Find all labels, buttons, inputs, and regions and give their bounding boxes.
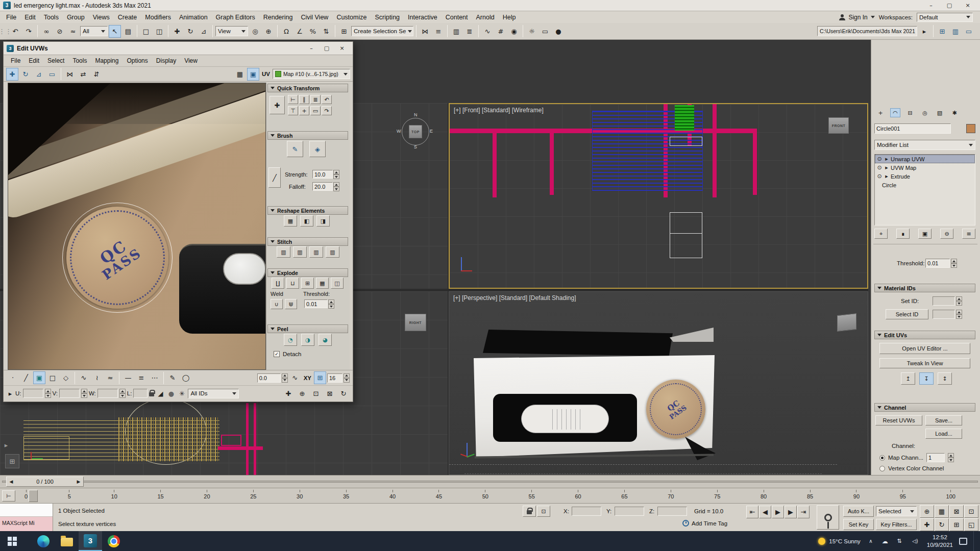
tab-utilities-icon[interactable]: ✱ — [949, 108, 960, 117]
pan-icon[interactable]: ✚ — [282, 387, 295, 400]
uv-canvas[interactable]: QC PASS — [8, 83, 266, 370]
toolbar-grip[interactable]: ⋮⋮ — [2, 25, 8, 38]
modifier-row-extrude[interactable]: ⊙ ▸ Extrude — [875, 172, 975, 181]
vertex-color-radio[interactable] — [879, 466, 885, 471]
named-selection-set-dropdown[interactable]: Create Selection Se — [351, 26, 413, 36]
tab-modify-icon[interactable]: ◠ — [890, 108, 900, 117]
falloff-curve-icon[interactable]: ╱ — [268, 167, 281, 188]
falloff-distance-spinner[interactable] — [282, 373, 288, 383]
align-tool-icon[interactable]: ▭ — [310, 106, 321, 115]
previous-frame-icon[interactable]: ◀ — [7, 477, 16, 486]
uv-move-icon[interactable]: ✚ — [6, 68, 18, 81]
rollout-channel[interactable]: Channel — [874, 403, 975, 412]
transform-typein-icon[interactable]: ▸ — [7, 387, 14, 400]
v-field[interactable] — [59, 389, 80, 398]
material-editor-icon[interactable]: ◉ — [508, 25, 520, 38]
select-by-name-icon[interactable]: ▤ — [122, 25, 134, 38]
reshape-tool-icon[interactable]: ▦ — [284, 215, 297, 227]
selection-filter-dropdown[interactable]: All — [80, 26, 108, 36]
zoom-icon[interactable]: ⊕ — [296, 387, 308, 400]
expand-arrow-icon[interactable]: ▸ — [884, 155, 889, 164]
menu-customize[interactable]: Customize — [332, 13, 371, 22]
dialog-maximize-button[interactable]: ▢ — [319, 44, 334, 53]
show-desktop-button[interactable] — [973, 531, 976, 551]
peel-tool-icon[interactable]: ◕ — [318, 334, 332, 346]
maximize-button[interactable]: ▢ — [940, 0, 959, 11]
project-folder-dropdown[interactable]: C:\Users\Erik\Documents\3ds Max 2021 — [817, 26, 917, 36]
filter-icon[interactable]: ✳ — [177, 387, 186, 400]
dialog-menu-tools[interactable]: Tools — [68, 56, 91, 65]
set-id-spinner[interactable] — [956, 296, 962, 306]
rollout-quick-transform[interactable]: Quick Transform — [267, 84, 348, 92]
menu-views[interactable]: Views — [89, 13, 114, 22]
modifier-row-unwrap-uvw[interactable]: ⊙ ▸ Unwrap UVW — [875, 155, 975, 163]
layer-explorer-icon[interactable]: ▥ — [450, 25, 462, 38]
peel-tool-icon[interactable]: ◔ — [284, 334, 297, 346]
paint-brush-icon[interactable]: ✎ — [287, 141, 303, 157]
relax-brush-icon[interactable]: ◈ — [309, 141, 326, 157]
modifier-row-circle[interactable]: Circle — [875, 181, 975, 189]
viewport-layout-arrow-icon[interactable]: ▸ — [2, 439, 10, 452]
align-horizontal-icon[interactable]: ≡ — [135, 371, 148, 384]
previous-frame-icon[interactable]: ◀ — [759, 506, 771, 518]
w-spinner[interactable] — [119, 389, 126, 398]
bind-spacewarp-icon[interactable]: ≈ — [67, 25, 79, 38]
menu-group[interactable]: Group — [63, 13, 89, 22]
u-spinner[interactable] — [45, 389, 51, 398]
menu-help[interactable]: Help — [499, 13, 520, 22]
scene-explorer-icon[interactable]: ≣ — [463, 25, 476, 38]
y-field[interactable] — [615, 507, 644, 516]
select-id-field[interactable] — [933, 310, 955, 319]
uv-scale-icon[interactable]: ⊿ — [33, 68, 45, 81]
map-channel-spinner[interactable] — [948, 453, 954, 462]
redo-icon[interactable]: ↷ — [22, 25, 35, 38]
open-folder-icon[interactable]: ▸ — [918, 25, 930, 38]
dialog-menu-edit[interactable]: Edit — [24, 56, 43, 65]
zoom-extents-icon[interactable]: ⊠ — [324, 387, 336, 400]
visibility-eye-icon[interactable]: ⊙ — [876, 172, 883, 181]
pan-icon[interactable]: ✚ — [920, 518, 934, 531]
viewport-perspective[interactable]: [+] [Perspective] [Standard] [Default Sh… — [449, 291, 868, 475]
mini-curve-editor-icon[interactable]: ⊢ — [2, 490, 15, 502]
modifier-row-uvw-map[interactable]: ⊙ ▸ UVW Map — [875, 163, 975, 172]
viewport-front-label[interactable]: [+] [Front] [Standard] [Wireframe] — [454, 107, 544, 114]
time-slider-handle[interactable]: ◀ 0 / 100 ▶ — [6, 477, 84, 487]
threshold-spinner[interactable] — [951, 259, 957, 268]
rollout-material-ids[interactable]: Material IDs — [874, 284, 975, 292]
menu-civil-view[interactable]: Civil View — [297, 13, 332, 22]
align-vertical-icon[interactable]: ⋯ — [149, 371, 161, 384]
select-circle-icon[interactable]: ◯ — [180, 371, 192, 384]
v-spinner[interactable] — [81, 389, 87, 398]
zoom-all-icon[interactable]: ▦ — [935, 505, 949, 518]
rollout-explode[interactable]: Explode — [267, 268, 348, 277]
uv-transform-icon[interactable]: ↧ — [919, 372, 934, 385]
uv-freeform-icon[interactable]: ▭ — [46, 68, 58, 81]
select-id-button[interactable]: Select ID — [886, 309, 928, 319]
percent-snap-icon[interactable]: % — [307, 25, 319, 38]
select-object-icon[interactable]: ↖ — [109, 25, 121, 38]
expand-arrow-icon[interactable]: ▸ — [884, 163, 889, 172]
select-manipulate-icon[interactable]: ⊕ — [262, 25, 275, 38]
select-id-spinner[interactable] — [956, 310, 962, 319]
show-end-result-icon[interactable]: ∎ — [896, 229, 910, 239]
dialog-menu-display[interactable]: Display — [152, 56, 180, 65]
selection-lock-toggle[interactable] — [523, 506, 536, 517]
tab-display-icon[interactable]: ▧ — [935, 108, 945, 117]
vertex-mode-icon[interactable]: · — [7, 371, 19, 384]
configure-stack-icon[interactable]: ≡ — [962, 229, 975, 239]
scale-icon[interactable]: ⊿ — [198, 25, 210, 38]
weld-tool-icon[interactable]: ∪ — [271, 299, 283, 309]
reshape-tool-icon[interactable]: ◧ — [300, 215, 313, 227]
auto-key-button[interactable]: Auto K... — [843, 506, 874, 517]
curve-editor-icon[interactable]: ∿ — [481, 25, 494, 38]
render-icon[interactable]: ● — [552, 25, 565, 38]
select-link-icon[interactable]: ∞ — [40, 25, 53, 38]
orbit-icon[interactable]: ↻ — [337, 387, 350, 400]
w-field[interactable] — [97, 389, 118, 398]
open-uv-editor-button[interactable]: Open UV Editor ... — [879, 343, 970, 354]
taskbar-chrome[interactable] — [102, 531, 126, 551]
window-crossing-icon[interactable]: ◫ — [153, 25, 165, 38]
toggle-ribbon-icon[interactable]: ▭ — [963, 25, 975, 38]
menu-modifiers[interactable]: Modifiers — [141, 13, 175, 22]
viewcube-compass[interactable]: N W S E TOP — [397, 113, 434, 150]
